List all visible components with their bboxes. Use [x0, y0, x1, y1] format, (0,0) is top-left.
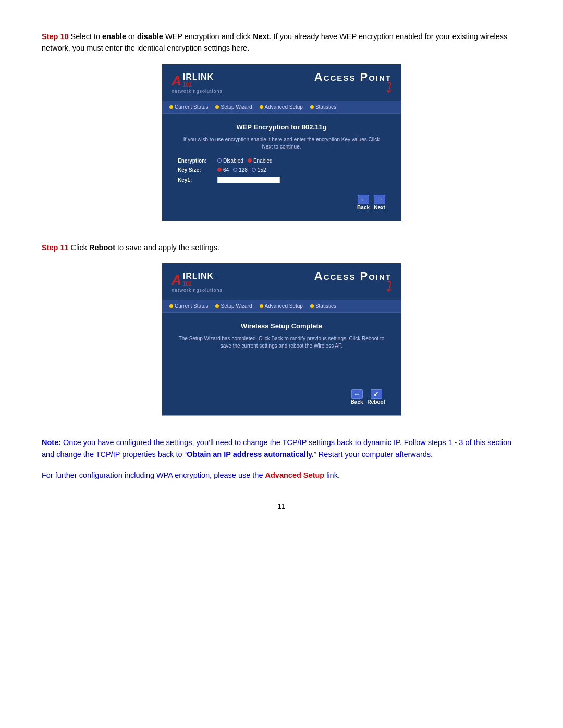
- key1-label: Key1:: [178, 177, 214, 183]
- next-icon-1: →: [374, 195, 385, 204]
- reboot-button[interactable]: ✓ Reboot: [368, 389, 385, 405]
- logo-a-2: A: [172, 273, 181, 287]
- nav-dot-8: [310, 304, 314, 308]
- key128-label: 128: [239, 167, 248, 173]
- nav-dot-1: [169, 105, 173, 109]
- back-label-1: Back: [357, 205, 370, 211]
- back-button-1[interactable]: ← Back: [357, 195, 370, 211]
- step11-paragraph: Step 11 Click Reboot to save and apply t…: [42, 242, 521, 254]
- back-button-2[interactable]: ← Back: [351, 389, 363, 405]
- step11-bold1: Reboot: [89, 243, 115, 252]
- step10-text3: WEP encryption and click: [163, 32, 253, 41]
- enabled-radio: [248, 158, 252, 163]
- note-label: Note:: [42, 438, 61, 447]
- note-text2: ” Restart your computer afterwards.: [314, 450, 433, 459]
- nav-label-statistics-1: Statistics: [315, 104, 336, 110]
- logo-irlink-2: IRLINK: [183, 272, 214, 280]
- logo-a-1: A: [172, 74, 181, 88]
- router-nav-2: Current Status Setup Wizard Advanced Set…: [162, 300, 401, 313]
- nav-dot-5: [169, 304, 173, 308]
- logo-101-2: 101: [183, 281, 214, 287]
- nav-dot-4: [310, 105, 314, 109]
- nav-current-status-1[interactable]: Current Status: [167, 104, 210, 110]
- step11-text2: to save and apply the settings.: [115, 243, 219, 252]
- nav-setup-wizard-1[interactable]: Setup Wizard: [213, 104, 254, 110]
- next-label-1: Next: [374, 205, 385, 211]
- access-point-title-1: Access Point: [314, 70, 391, 83]
- logo-area-1: A IRLINK 101 networkingsolutions: [172, 73, 223, 94]
- disabled-radio: [217, 158, 222, 163]
- logo-text-1: A IRLINK 101: [172, 73, 214, 88]
- advanced-text2: link.: [324, 471, 340, 479]
- router-header-1: A IRLINK 101 networkingsolutions Access …: [162, 64, 401, 101]
- logo-101-1: 101: [183, 82, 214, 88]
- next-button-1[interactable]: → Next: [374, 195, 385, 211]
- nav-label-advanced-1: Advanced Setup: [265, 104, 303, 110]
- key1-row: Key1:: [178, 177, 385, 183]
- step10-bold1: enable: [102, 32, 126, 41]
- logo-area-2: A IRLINK 101 networkingsolutions: [172, 272, 223, 293]
- wep-subtitle: If you wish to use encryption,enable it …: [178, 136, 385, 151]
- disabled-label: Disabled: [223, 158, 243, 164]
- nav-current-status-2[interactable]: Current Status: [167, 303, 210, 310]
- key128-radio: [233, 168, 237, 172]
- key64-option[interactable]: 64: [217, 167, 229, 173]
- encryption-radio-group: Disabled Enabled: [217, 158, 273, 164]
- step10-paragraph: Step 10 Select to enable or disable WEP …: [42, 31, 521, 54]
- step11-label: Step 11: [42, 243, 69, 252]
- back-icon-1: ←: [358, 195, 369, 204]
- logo-text-2: A IRLINK 101: [172, 272, 214, 287]
- enabled-option[interactable]: Enabled: [248, 158, 273, 164]
- keysize-radio-group: 64 128 152: [217, 167, 266, 173]
- enabled-label: Enabled: [253, 158, 273, 164]
- networking-solutions-2: networkingsolutions: [172, 288, 223, 293]
- advanced-link[interactable]: Advanced Setup: [265, 471, 325, 479]
- reboot-icon: ✓: [371, 389, 382, 399]
- nav-statistics-2[interactable]: Statistics: [308, 303, 338, 310]
- nav-dot-6: [215, 304, 219, 308]
- router-box-1: A IRLINK 101 networkingsolutions Access …: [162, 64, 401, 221]
- router-header-2: A IRLINK 101 networkingsolutions Access …: [162, 263, 401, 300]
- nav-dot-7: [260, 304, 263, 308]
- access-point-title-2: Access Point: [314, 269, 391, 282]
- encryption-label: Encryption:: [178, 158, 214, 164]
- back-icon-2: ←: [351, 389, 363, 399]
- nav-label-statistics-2: Statistics: [315, 303, 336, 309]
- key152-label: 152: [258, 167, 266, 173]
- nav-setup-wizard-2[interactable]: Setup Wizard: [213, 303, 254, 310]
- router-content-1: WEP Encryption for 802.11g If you wish t…: [162, 114, 401, 221]
- access-point-area-1: Access Point ⤵: [314, 70, 391, 96]
- complete-subtitle: The Setup Wizard has completed. Click Ba…: [178, 335, 385, 350]
- step11-text1: Click: [69, 243, 89, 252]
- nav-statistics-1[interactable]: Statistics: [308, 104, 338, 110]
- router-nav-1: Current Status Setup Wizard Advanced Set…: [162, 101, 401, 114]
- nav-label-current-1: Current Status: [175, 104, 208, 110]
- nav-label-current-2: Current Status: [175, 303, 208, 309]
- wep-title: WEP Encryption for 802.11g: [178, 123, 385, 131]
- router-content-2: Wireless Setup Complete The Setup Wizard…: [162, 313, 401, 415]
- key152-option[interactable]: 152: [252, 167, 266, 173]
- disabled-option[interactable]: Disabled: [217, 158, 243, 164]
- step10-bold2: disable: [137, 32, 163, 41]
- reboot-label: Reboot: [368, 399, 385, 405]
- back-label-2: Back: [351, 399, 363, 405]
- nav-advanced-setup-1[interactable]: Advanced Setup: [258, 104, 305, 110]
- key1-input[interactable]: [217, 177, 280, 183]
- complete-title: Wireless Setup Complete: [178, 322, 385, 330]
- nav-label-advanced-2: Advanced Setup: [265, 303, 303, 309]
- access-point-area-2: Access Point ⤵: [314, 269, 391, 295]
- key128-option[interactable]: 128: [233, 167, 248, 173]
- note-paragraph: Note: Once you have configured the setti…: [42, 437, 521, 461]
- step10-bold3: Next: [253, 32, 269, 41]
- key64-label: 64: [223, 167, 229, 173]
- note-bold: Obtain an IP address automatically.: [187, 450, 314, 459]
- page-number: 11: [42, 502, 521, 510]
- router-box-2: A IRLINK 101 networkingsolutions Access …: [162, 263, 401, 416]
- nav-label-wizard-1: Setup Wizard: [221, 104, 252, 110]
- networking-solutions-1: networkingsolutions: [172, 89, 223, 94]
- nav-dot-3: [260, 105, 263, 109]
- note-section: Note: Once you have configured the setti…: [42, 437, 521, 482]
- encryption-row: Encryption: Disabled Enabled: [178, 158, 385, 164]
- nav-label-wizard-2: Setup Wizard: [221, 303, 252, 309]
- nav-advanced-setup-2[interactable]: Advanced Setup: [258, 303, 305, 310]
